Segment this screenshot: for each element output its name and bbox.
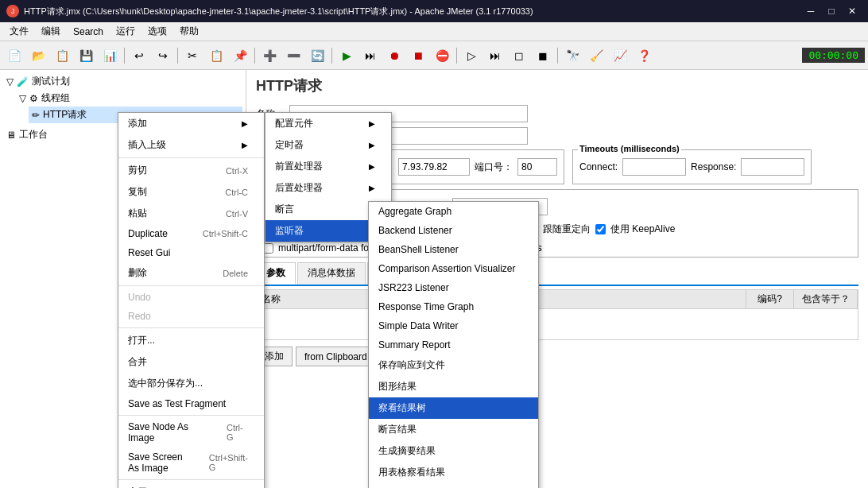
listener-response-time-label: Response Time Graph [378,301,474,312]
sep6 [557,48,558,64]
help-button[interactable]: ❓ [633,45,655,67]
tree-item-test-plan[interactable]: ▽ 🧪 测试计划 [3,73,242,90]
listener-simple-writer[interactable]: Simple Data Writer [369,316,538,335]
ctx-sep2 [118,285,264,286]
port-label: 端口号： [475,161,513,174]
ctx-save-screen-image[interactable]: Save Screen As Image Ctrl+Shift-G [118,447,264,478]
submenu-config[interactable]: 配置元件 ▶ [265,113,391,134]
record-button[interactable]: ⏺ [383,45,405,67]
ctx-save-selection[interactable]: 选中部分保存为... [118,373,264,394]
expand-button[interactable]: ➕ [258,45,281,67]
from-clipboard-button[interactable]: from Clipboard [296,347,376,366]
binoculars-button[interactable]: 🔭 [561,45,583,67]
menu-edit[interactable]: 编辑 [35,23,67,41]
listener-generate-summary[interactable]: 生成摘要结果 [369,440,538,462]
port-input[interactable] [517,158,557,176]
ctx-save-screen-shortcut: Ctrl+Shift-G [209,453,248,472]
save-template-button[interactable]: 📋 [51,45,73,67]
stop-button[interactable]: ⏹ [407,45,429,67]
submenu-post-processor-label: 后置处理器 [275,181,323,195]
sep4 [331,48,332,64]
listener-assertion-results[interactable]: 断言结果 [369,419,538,440]
maximize-button[interactable]: □ [822,3,841,19]
tabs-row: 参数 消息体数据 文件上传 [256,262,858,286]
ctx-insert-parent[interactable]: 插入上级 ▶ [118,134,264,156]
listener-beanshell[interactable]: BeanShell Listener [369,240,538,259]
listener-backend[interactable]: Backend Listener [369,221,538,240]
menu-search[interactable]: Search [67,23,110,41]
submenu-pre-processor-arrow: ▶ [369,162,375,171]
toggle-button[interactable]: 🔄 [306,45,328,67]
collapse-button[interactable]: ➖ [282,45,304,67]
ctx-save-node-shortcut: Ctrl-G [227,423,248,442]
ctx-paste-shortcut: Ctrl-V [226,209,248,219]
listener-table-results[interactable]: 用表格察看结果 [369,462,538,483]
report-button[interactable]: 📊 [99,45,121,67]
listener-jsr223[interactable]: JSR223 Listener [369,278,538,297]
remote-start-button[interactable]: ▷ [460,45,482,67]
tab-body[interactable]: 消息体数据 [297,262,366,285]
submenu-timer[interactable]: 定时器 ▶ [265,134,391,156]
ctx-duplicate[interactable]: Duplicate Ctrl+Shift-C [118,224,264,243]
listener-comparison[interactable]: Comparison Assertion Visualizer [369,259,538,278]
listener-summary[interactable]: Summary Report [369,335,538,354]
close-button[interactable]: ✕ [843,3,862,19]
ctx-delete[interactable]: 删除 Delete [118,262,264,284]
ctx-open[interactable]: 打开... [118,330,264,351]
chart-button[interactable]: 📈 [609,45,631,67]
listener-aggregate-graph-label: Aggregate Graph [378,206,451,217]
menu-help[interactable]: 帮助 [173,23,205,41]
undo-button[interactable]: ↩ [128,45,150,67]
shutdown-button[interactable]: ⛔ [431,45,453,67]
ctx-save-fragment[interactable]: Save as Test Fragment [118,394,264,413]
server-input[interactable] [398,158,470,176]
connect-input[interactable] [622,158,686,176]
remote-stop-button[interactable]: ◻ [508,45,530,67]
save-button[interactable]: 💾 [75,45,97,67]
new-button[interactable]: 📄 [3,45,25,67]
col-include: 包含等于？ [794,290,858,308]
ctx-cut[interactable]: 剪切 Ctrl-X [118,160,264,181]
panel-title: HTTP请求 [256,76,858,99]
ctx-copy[interactable]: 复制 Ctrl-C [118,181,264,203]
listener-graph-results[interactable]: 图形结果 [369,376,538,397]
copy-button[interactable]: 📋 [205,45,227,67]
listener-save-response[interactable]: 保存响应到文件 [369,354,538,376]
open-button[interactable]: 📂 [27,45,49,67]
minimize-button[interactable]: ─ [801,3,820,19]
multipart-row: multipart/form-data for POST Browser-com… [263,242,851,254]
listener-response-time[interactable]: Response Time Graph [369,297,538,316]
ctx-add[interactable]: 添加 ▶ [118,113,264,134]
listener-view-results-tree-label: 察看结果树 [378,401,426,415]
test-plan-icon: 🧪 [17,76,29,87]
ctx-save-screen-image-label: Save Screen As Image [128,451,193,474]
tree-item-thread-group[interactable]: ▽ ⚙ 线程组 [16,90,242,107]
ctx-reset-gui[interactable]: Reset Gui [118,243,264,262]
remote-start-all-button[interactable]: ⏭ [484,45,506,67]
menu-run[interactable]: 运行 [110,23,141,41]
ctx-save-node-image[interactable]: Save Node As Image Ctrl-G [118,417,264,447]
submenu-post-processor[interactable]: 后置处理器 ▶ [265,177,391,199]
submenu-pre-processor[interactable]: 前置处理器 ▶ [265,156,391,177]
run-nopause-button[interactable]: ⏭ [359,45,382,67]
clear-button[interactable]: 🧹 [585,45,607,67]
keepalive-checkbox[interactable] [595,224,606,234]
menu-file[interactable]: 文件 [3,23,35,41]
listener-summary-label: Summary Report [378,339,451,351]
redo-button[interactable]: ↪ [152,45,174,67]
submenu-timer-arrow: ▶ [369,141,375,149]
response-input[interactable] [741,158,804,176]
cut-button[interactable]: ✂ [181,45,203,67]
ctx-enable[interactable]: 启用 [118,482,264,488]
paste-button[interactable]: 📌 [229,45,251,67]
run-button[interactable]: ▶ [335,45,358,67]
toolbar: 📄 📂 📋 💾 📊 ↩ ↪ ✂ 📋 📌 ➕ ➖ 🔄 ▶ ⏭ ⏺ ⏹ ⛔ ▷ ⏭ … [0,41,868,70]
menu-options[interactable]: 选项 [141,23,173,41]
ctx-paste[interactable]: 粘贴 Ctrl-V [118,203,264,224]
ctx-merge[interactable]: 合并 [118,351,264,373]
listener-view-results-tree[interactable]: 察看结果树 [369,397,538,419]
remote-stop-all-button[interactable]: ◼ [532,45,554,67]
listener-aggregate-graph[interactable]: Aggregate Graph [369,202,538,221]
listener-aggregate-report[interactable]: 聚合报告 [369,483,538,488]
ctx-sep1 [118,157,264,158]
